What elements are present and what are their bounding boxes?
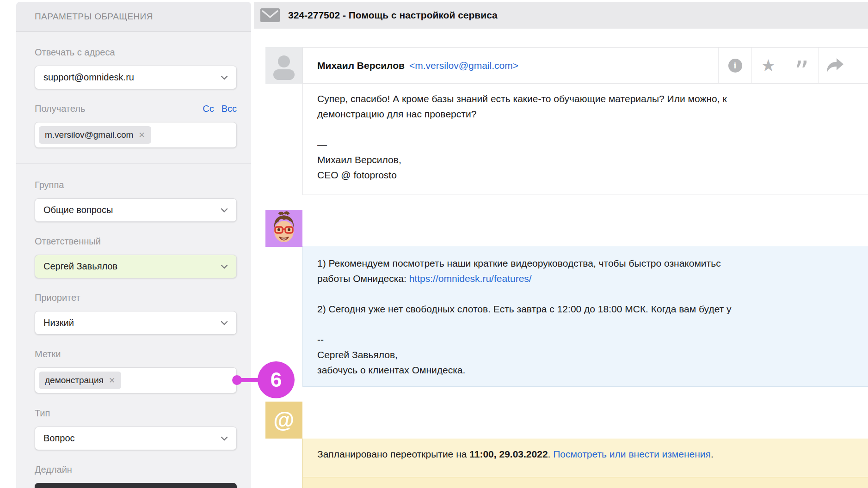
signature-dash: — xyxy=(317,137,868,152)
sidebar-divider xyxy=(16,163,251,164)
message1-author-email[interactable]: <m.versilov@gmail.com> xyxy=(409,60,518,71)
star-button[interactable]: ★ xyxy=(751,48,785,83)
message2-body: 1) Рекомендуем посмотреть наши краткие в… xyxy=(302,246,868,387)
note-text: . xyxy=(548,449,554,459)
chevron-down-icon xyxy=(221,208,228,213)
message3-body: Запланировано переоткрытие на 11:00, 29.… xyxy=(302,439,868,477)
signature-name: Сергей Завьялов, xyxy=(317,347,868,362)
type-select[interactable]: Вопрос xyxy=(35,427,237,450)
envelope-icon xyxy=(260,8,280,22)
priority-label: Приоритет xyxy=(35,293,237,302)
assignee-label: Ответственный xyxy=(35,237,237,246)
remove-tag-icon[interactable]: ✕ xyxy=(138,130,145,140)
group-value: Общие вопросы xyxy=(43,205,113,215)
chevron-down-icon xyxy=(221,75,228,80)
tags-field[interactable]: демонстрация ✕ xyxy=(35,367,237,393)
memoji-face-icon xyxy=(265,210,302,247)
tags-label: Метки xyxy=(35,349,237,359)
tag-value: демонстрация xyxy=(45,375,104,385)
ticket-page: ПАРАМЕТРЫ ОБРАЩЕНИЯ Отвечать с адреса su… xyxy=(0,0,868,488)
features-link[interactable]: https://omnidesk.ru/features/ xyxy=(409,273,532,284)
message1-header: Михаил Версилов <m.versilov@gmail.com> i… xyxy=(302,47,868,84)
annotation-badge-6: 6 xyxy=(258,361,295,398)
assignee-select[interactable]: Сергей Завьялов xyxy=(35,255,237,278)
note-datetime: 11:00, 29.03.2022 xyxy=(469,449,548,459)
quote-button[interactable]: ” xyxy=(785,48,818,83)
cc-bcc-links: Cc Bcc xyxy=(203,104,237,113)
remove-tag-icon[interactable]: ✕ xyxy=(109,376,115,385)
sidebar-content: Отвечать с адреса support@omnidesk.ru По… xyxy=(16,32,251,488)
ticket-parameters-panel: ПАРАМЕТРЫ ОБРАЩЕНИЯ Отвечать с адреса su… xyxy=(16,2,251,488)
group-select[interactable]: Общие вопросы xyxy=(35,198,237,222)
deadline-label: Дедлайн xyxy=(35,465,237,474)
message1-body: Супер, спасибо! А кроме базы знаний есть… xyxy=(302,84,868,195)
reopen-note-line: Запланировано переоткрытие на 11:00, 29.… xyxy=(317,446,868,462)
signature-dash: -- xyxy=(317,332,868,347)
forward-button[interactable] xyxy=(818,48,851,83)
chevron-down-icon xyxy=(221,436,228,441)
recipient-tag: m.versilov@gmail.com ✕ xyxy=(39,126,151,144)
agent-avatar xyxy=(265,210,302,247)
blank-line xyxy=(317,286,868,301)
message1-actions: i ★ ” xyxy=(718,48,851,83)
type-value: Вопрос xyxy=(43,433,75,444)
message-text-line: 2) Сегодня уже нет свободных слотов. Ест… xyxy=(317,301,868,317)
message-text-line: работы Омнидеска: https://omnidesk.ru/fe… xyxy=(317,271,868,286)
chevron-down-icon xyxy=(221,321,228,325)
note-text: Запланировано переоткрытие на xyxy=(317,449,469,459)
chevron-down-icon xyxy=(221,264,228,269)
blank-line xyxy=(317,122,868,137)
reply-from-value: support@omnidesk.ru xyxy=(43,72,134,83)
priority-select[interactable]: Низкий xyxy=(35,311,237,335)
assignee-value: Сергей Завьялов xyxy=(43,261,117,272)
recipient-tag-value: m.versilov@gmail.com xyxy=(45,130,133,140)
message-text-line: Супер, спасибо! А кроме базы знаний есть… xyxy=(317,91,868,106)
priority-value: Низкий xyxy=(43,317,74,328)
recipient-row: Получатель Cc Bcc xyxy=(35,104,237,122)
group-label: Группа xyxy=(35,180,237,189)
message-text-line: демонстрацию для нас проверсти? xyxy=(317,106,868,122)
star-icon: ★ xyxy=(761,57,776,74)
signature-name: Михаил Версилов, xyxy=(317,152,868,167)
bcc-link[interactable]: Bcc xyxy=(222,104,237,113)
signature-role: CEO @ fotoprosto xyxy=(317,167,868,183)
type-label: Тип xyxy=(35,409,237,418)
view-or-edit-link[interactable]: Посмотреть или внести изменения xyxy=(553,449,711,459)
note-avatar: @ xyxy=(265,402,302,439)
message-text: работы Омнидеска: xyxy=(317,273,409,284)
forward-icon xyxy=(826,58,844,73)
recipient-field[interactable]: m.versilov@gmail.com ✕ xyxy=(35,122,237,148)
blank-line xyxy=(317,317,868,332)
info-button[interactable]: i xyxy=(718,48,751,83)
sidebar-title: ПАРАМЕТРЫ ОБРАЩЕНИЯ xyxy=(16,2,251,32)
cc-link[interactable]: Cc xyxy=(203,104,214,113)
annotation-connector-dot xyxy=(232,375,242,385)
tag-item: демонстрация ✕ xyxy=(39,372,121,389)
reply-from-select[interactable]: support@omnidesk.ru xyxy=(35,66,237,89)
message-text-line: 1) Рекомендуем посмотреть наши краткие в… xyxy=(317,256,868,271)
reply-from-label: Отвечать с адреса xyxy=(35,48,237,57)
quote-icon: ” xyxy=(794,67,809,77)
recipient-label: Получатель xyxy=(35,104,85,113)
at-icon: @ xyxy=(274,408,295,433)
note-text: . xyxy=(711,449,714,459)
customer-avatar xyxy=(265,47,302,84)
signature-role: забочусь о клиентах Омнидеска. xyxy=(317,362,868,378)
message1-author: Михаил Версилов xyxy=(317,60,405,71)
person-icon xyxy=(265,47,302,84)
deadline-input[interactable] xyxy=(35,483,237,488)
info-icon: i xyxy=(728,59,742,73)
ticket-subject-bar: 324-277502 - Помощь с настройкой сервиса xyxy=(254,2,868,29)
ticket-subject: 324-277502 - Помощь с настройкой сервиса xyxy=(288,10,498,21)
